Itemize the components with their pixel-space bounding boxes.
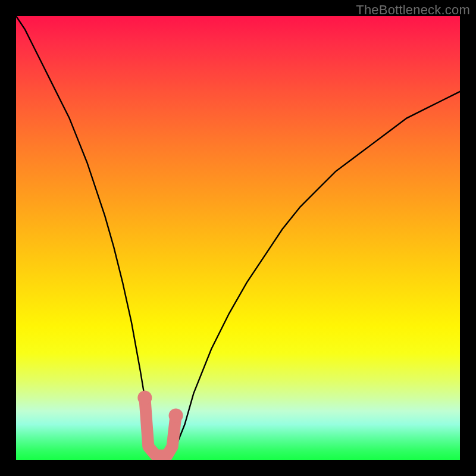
marker-group: [137, 391, 183, 456]
plot-area: [16, 16, 460, 460]
marker-right-dot: [169, 408, 183, 422]
watermark-text: TheBottleneck.com: [356, 2, 470, 18]
curve-layer: [16, 16, 460, 460]
minimum-marker: [145, 398, 176, 456]
marker-left-dot: [137, 391, 152, 405]
bottleneck-curve: [16, 16, 460, 458]
chart-frame: TheBottleneck.com: [0, 0, 476, 476]
